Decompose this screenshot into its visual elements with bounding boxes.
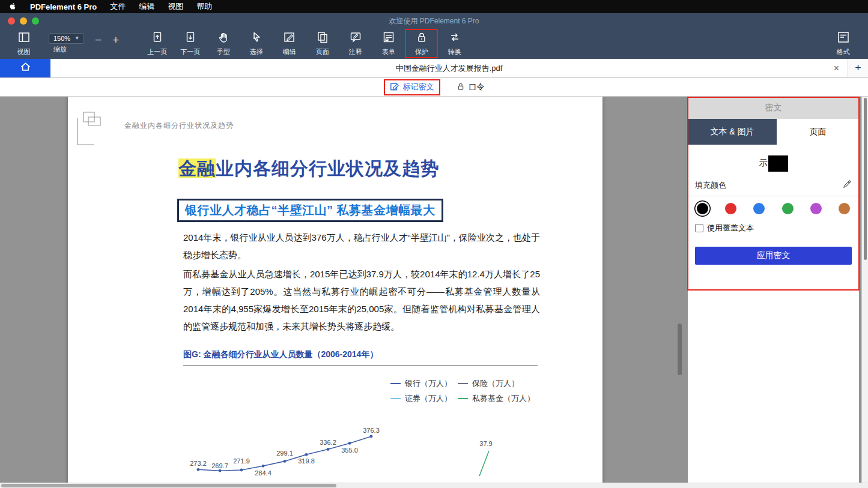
chart-legend: 银行（万人） 保险（万人） 证券（万人） 私募基金（万人） [390, 378, 535, 404]
color-swatch-red[interactable] [725, 203, 736, 214]
format-label: 格式 [837, 47, 850, 56]
overlay-text-label: 使用覆盖文本 [707, 223, 754, 233]
document-tab[interactable]: 中国金融行业人才发展报告.pdf × [50, 59, 848, 77]
figure-caption: 图G: 金融各细分行业从业人员数量（2006-2014年） [183, 349, 378, 360]
document-heading: 金融业内各细分行业状况及趋势 [178, 157, 439, 181]
menu-view[interactable]: 视图 [168, 1, 183, 12]
svg-text:319.8: 319.8 [298, 457, 315, 465]
svg-text:271.9: 271.9 [233, 457, 250, 465]
svg-text:37.9: 37.9 [479, 440, 492, 447]
menubar-app-name[interactable]: PDFelement 6 Pro [30, 2, 97, 11]
menu-help[interactable]: 帮助 [196, 1, 212, 12]
annotate-tool-button[interactable]: 注释 [339, 29, 372, 58]
convert-label: 转换 [448, 47, 461, 56]
tab-text-image[interactable]: 文本 & 图片 [688, 119, 777, 145]
legend-label-insurance: 保险（万人） [472, 378, 519, 389]
new-tab-button[interactable]: + [848, 59, 868, 77]
horizontal-scrollbar-thumb[interactable] [1, 484, 336, 487]
home-button[interactable] [0, 59, 50, 77]
panel-scrollbar-thumb[interactable] [864, 98, 867, 260]
page-tool-button[interactable]: 页面 [306, 29, 339, 58]
zoom-value: 150% [53, 35, 70, 42]
next-page-button[interactable]: 下一页 [174, 29, 207, 58]
edit-tool-button[interactable]: 编辑 [273, 29, 306, 58]
svg-text:269.7: 269.7 [211, 462, 228, 469]
color-swatch-brown[interactable] [839, 203, 850, 214]
cursor-arrow-icon [250, 31, 263, 46]
format-panel-button[interactable]: 格式 [827, 29, 860, 58]
document-subheading-box: 银行业人才稳占“半壁江山” 私募基金增幅最大 [177, 199, 443, 222]
panel-scrollbar-track [861, 97, 868, 488]
legend-swatch-bank [390, 383, 401, 384]
home-icon [19, 61, 32, 76]
menu-edit[interactable]: 编辑 [139, 1, 154, 12]
overlay-text-checkbox-row[interactable]: 使用覆盖文本 [688, 220, 859, 236]
svg-text:376.3: 376.3 [363, 427, 380, 434]
color-swatch-blue[interactable] [753, 203, 765, 214]
form-label: 表单 [382, 47, 395, 56]
fill-color-label: 填充颜色 [695, 180, 726, 191]
content-area: 金融业内各细分行业状况及趋势 金融业内各细分行业状况及趋势 银行业人才稳占“半壁… [0, 97, 868, 488]
form-tool-button[interactable]: 表单 [372, 29, 405, 58]
svg-text:299.1: 299.1 [276, 450, 293, 457]
fill-color-row: 填充颜色 [688, 179, 859, 191]
redaction-sample-block [768, 155, 788, 172]
panel-title: 密文 [688, 97, 859, 119]
format-panel-icon [837, 31, 850, 46]
convert-arrows-icon [448, 31, 461, 46]
hand-tool-button[interactable]: 手型 [207, 29, 240, 58]
tab-close-icon[interactable]: × [834, 63, 839, 74]
page-vertical-scrollbar-thumb[interactable] [678, 324, 682, 375]
select-tool-button[interactable]: 选择 [240, 29, 273, 58]
svg-text:336.2: 336.2 [320, 439, 336, 446]
redact-pencil-icon [390, 82, 399, 93]
window-title: 欢迎使用 PDFelement 6 Pro [0, 13, 868, 28]
legend-item-securities: 证券（万人） [390, 393, 458, 404]
zoom-in-button[interactable]: + [112, 34, 119, 46]
legend-item-insurance: 保险（万人） [458, 378, 535, 389]
form-fields-icon [382, 31, 395, 46]
menu-file[interactable]: 文件 [110, 1, 126, 12]
edit-label: 编辑 [283, 47, 296, 56]
pdf-page: 金融业内各细分行业状况及趋势 金融业内各细分行业状况及趋势 银行业人才稳占“半壁… [68, 97, 602, 488]
horizontal-scrollbar-track [0, 483, 868, 488]
legend-item-bank: 银行（万人） [390, 378, 458, 389]
paragraph-1: 2014年末，银行业从业人员达到376万人，稳占行业人才“半壁江山”，保险业次之… [183, 229, 540, 264]
chevron-down-icon: ▼ [74, 35, 79, 41]
toolbar-main-group: 上一页 下一页 手型 选择 编辑 页面 注释 表单 [141, 29, 471, 58]
svg-text:355.0: 355.0 [341, 447, 358, 454]
apply-redaction-button[interactable]: 应用密文 [695, 247, 852, 265]
page-down-icon [184, 31, 197, 46]
zoom-out-button[interactable]: − [95, 34, 102, 46]
password-label: 口令 [469, 82, 485, 92]
color-swatch-green[interactable] [782, 203, 794, 214]
page-header-note: 金融业内各细分行业状况及趋势 [124, 121, 234, 131]
protect-tool-button[interactable]: 保护 [405, 29, 438, 58]
password-button[interactable]: 口令 [456, 82, 485, 93]
line-chart: 273.2269.7271.9284.4299.1319.8336.2355.0… [176, 420, 536, 488]
svg-text:273.2: 273.2 [190, 460, 207, 467]
paragraph-2: 而私募基金从业人员急速增长，2015年已达到37.9万人，较2014年末的12.… [183, 265, 540, 335]
panel-tabs: 文本 & 图片 页面 [688, 119, 859, 145]
hand-label: 手型 [217, 47, 230, 56]
zoom-dropdown[interactable]: 150% ▼ [49, 33, 84, 44]
tab-page[interactable]: 页面 [777, 119, 859, 145]
color-swatch-purple[interactable] [810, 203, 822, 214]
zoom-label: 缩放 [53, 45, 67, 54]
heading-rest-text: 业内各细分行业状况及趋势 [216, 158, 439, 178]
legend-swatch-securities [390, 398, 401, 399]
mark-redaction-button[interactable]: 标记密文 [384, 79, 440, 95]
prev-page-label: 上一页 [147, 47, 167, 56]
convert-tool-button[interactable]: 转换 [438, 29, 471, 58]
legend-label-private-fund: 私募基金（万人） [472, 393, 535, 404]
redaction-panel: 密文 文本 & 图片 页面 示 填充颜色 使用覆盖文本 应用密文 [688, 97, 859, 488]
view-layout-icon [17, 31, 31, 46]
window-titlebar: 欢迎使用 PDFelement 6 Pro [0, 13, 868, 28]
overlay-text-checkbox[interactable] [695, 224, 703, 232]
eyedropper-icon[interactable] [843, 179, 852, 191]
color-swatch-black[interactable] [697, 203, 708, 214]
view-mode-button[interactable]: 视图 [7, 29, 40, 58]
apple-menu-icon[interactable] [8, 2, 17, 12]
prev-page-button[interactable]: 上一页 [141, 29, 174, 58]
protect-label: 保护 [415, 47, 428, 56]
